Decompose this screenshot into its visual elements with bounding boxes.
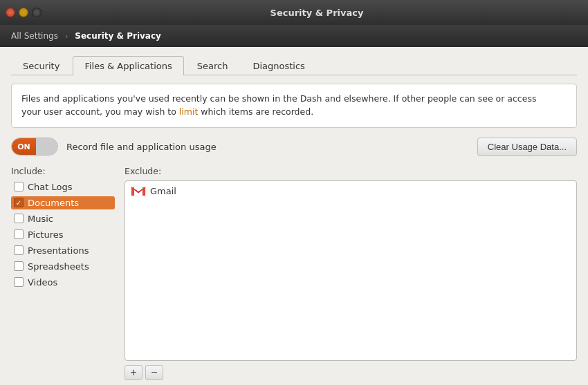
checkbox-presentations[interactable] — [14, 245, 24, 255]
description-text2: your user account, you may wish to — [21, 106, 179, 117]
check-item-documents[interactable]: Documents — [11, 196, 115, 209]
tab-security[interactable]: Security — [11, 56, 71, 75]
main-content: Security Files & Applications Search Dia… — [0, 47, 588, 385]
exclude-item-gmail-label: Gmail — [150, 186, 176, 196]
toggle-on-label: ON — [12, 138, 36, 155]
exclude-item-gmail[interactable]: Gmail — [128, 184, 573, 199]
check-label-chat-logs: Chat Logs — [28, 182, 73, 192]
check-item-spreadsheets[interactable]: Spreadsheets — [11, 260, 115, 273]
toggle-row: ON Record file and application usage Cle… — [11, 138, 577, 156]
check-label-videos: Videos — [28, 277, 57, 288]
description-text1: Files and applications you've used recen… — [21, 93, 536, 104]
tab-files-applications[interactable]: Files & Applications — [73, 56, 183, 75]
exclude-list: Gmail — [125, 180, 577, 361]
add-exclude-button[interactable]: + — [125, 365, 143, 380]
content-columns: Include: Chat Logs Documents Music Pictu… — [11, 166, 577, 380]
include-column: Include: Chat Logs Documents Music Pictu… — [11, 166, 115, 380]
description-box: Files and applications you've used recen… — [11, 84, 577, 128]
check-item-chat-logs[interactable]: Chat Logs — [11, 180, 115, 194]
maximize-button[interactable] — [32, 8, 42, 17]
window-controls — [6, 8, 42, 17]
tab-diagnostics[interactable]: Diagnostics — [241, 56, 316, 75]
breadcrumb-current[interactable]: Security & Privacy — [71, 30, 165, 42]
check-label-pictures: Pictures — [28, 229, 63, 240]
usage-toggle[interactable]: ON — [11, 138, 58, 156]
check-label-spreadsheets: Spreadsheets — [28, 261, 89, 272]
toggle-off-area — [36, 138, 57, 155]
toggle-description: Record file and application usage — [66, 142, 217, 152]
checkbox-chat-logs[interactable] — [14, 182, 24, 191]
include-label: Include: — [11, 166, 115, 176]
include-checklist: Chat Logs Documents Music Pictures Prese — [11, 180, 115, 289]
checkbox-pictures[interactable] — [14, 229, 24, 239]
remove-exclude-button[interactable]: − — [145, 365, 163, 380]
checkbox-music[interactable] — [14, 214, 24, 223]
titlebar: Security & Privacy — [0, 0, 588, 25]
limit-link[interactable]: limit — [179, 106, 199, 117]
check-item-presentations[interactable]: Presentations — [11, 244, 115, 257]
tab-bar: Security Files & Applications Search Dia… — [11, 55, 577, 75]
check-label-presentations: Presentations — [28, 245, 89, 256]
tab-search[interactable]: Search — [185, 56, 240, 75]
gmail-icon — [131, 186, 146, 197]
check-label-music: Music — [28, 214, 53, 224]
description-text3: which items are recorded. — [198, 106, 313, 117]
exclude-column: Exclude: — [125, 166, 577, 380]
checkbox-spreadsheets[interactable] — [14, 261, 24, 271]
checkbox-videos[interactable] — [14, 277, 24, 287]
check-item-music[interactable]: Music — [11, 212, 115, 225]
check-label-documents: Documents — [28, 198, 79, 208]
window-title: Security & Privacy — [51, 8, 582, 18]
exclude-actions: + − — [125, 365, 577, 380]
minimize-button[interactable] — [19, 8, 28, 17]
check-item-pictures[interactable]: Pictures — [11, 228, 115, 241]
exclude-label: Exclude: — [125, 166, 577, 176]
checkbox-documents[interactable] — [14, 198, 24, 207]
breadcrumb-all-settings[interactable]: All Settings — [7, 30, 62, 42]
breadcrumb-bar: All Settings › Security & Privacy — [0, 25, 588, 47]
clear-usage-button[interactable]: Clear Usage Data... — [477, 138, 577, 156]
check-item-videos[interactable]: Videos — [11, 276, 115, 289]
close-button[interactable] — [6, 8, 15, 17]
breadcrumb-separator: › — [65, 32, 68, 41]
